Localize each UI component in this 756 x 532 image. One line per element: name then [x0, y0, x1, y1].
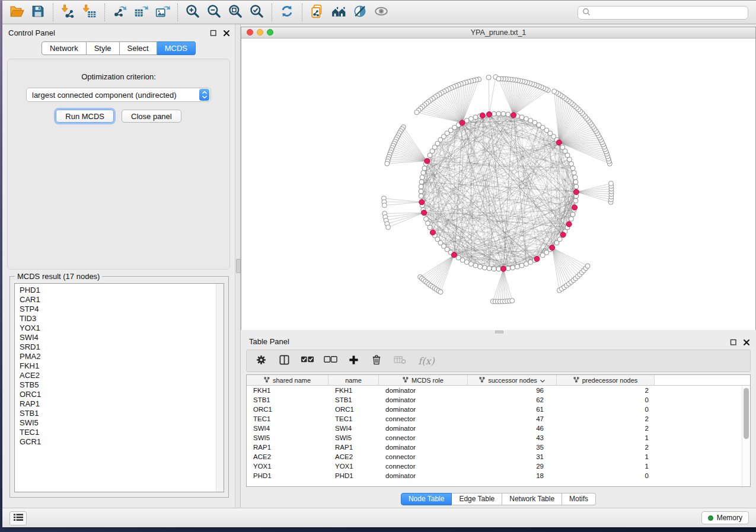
open-file-button[interactable]	[6, 2, 27, 23]
table-row[interactable]: TEC1TEC1connector472	[247, 414, 750, 424]
graph-node[interactable]	[528, 118, 533, 123]
tab-edge-table[interactable]: Edge Table	[452, 493, 502, 505]
graph-leaf-node[interactable]	[385, 161, 390, 166]
mcds-result-item[interactable]: CAR1	[15, 295, 224, 305]
graph-hub-node[interactable]	[556, 140, 562, 145]
graph-hub-node[interactable]	[460, 120, 465, 126]
graph-node[interactable]	[569, 217, 574, 222]
zoom-fit-button[interactable]	[225, 2, 246, 23]
graph-node[interactable]	[570, 212, 575, 217]
graph-node[interactable]	[524, 262, 529, 267]
table-row[interactable]: FKH1FKH1dominator962	[247, 386, 750, 395]
graph-leaf-node[interactable]	[609, 181, 614, 186]
graph-hub-node[interactable]	[487, 112, 492, 117]
delete-column-button[interactable]	[370, 354, 383, 367]
graph-hub-node[interactable]	[534, 257, 540, 262]
graph-node[interactable]	[524, 117, 529, 121]
graph-node[interactable]	[473, 115, 478, 120]
column-header-name[interactable]: name	[328, 375, 379, 386]
graph-node[interactable]	[419, 184, 423, 189]
graph-leaf-node[interactable]	[486, 75, 491, 80]
search-input[interactable]	[594, 8, 748, 18]
list-scrollbar[interactable]	[216, 284, 224, 492]
graph-node[interactable]	[420, 175, 425, 180]
import-table-button[interactable]	[79, 2, 100, 23]
graph-node[interactable]	[496, 111, 501, 116]
tab-motifs[interactable]: Motifs	[562, 493, 596, 505]
graph-hub-node[interactable]	[566, 222, 572, 227]
table-row[interactable]: ORC1ORC1dominator610	[247, 405, 750, 414]
refresh-view-button[interactable]	[276, 2, 298, 23]
show-columns-button[interactable]	[277, 354, 291, 367]
tab-network-table[interactable]: Network Table	[502, 493, 562, 505]
graph-leaf-node[interactable]	[438, 290, 443, 294]
maximize-window-button[interactable]	[267, 29, 273, 36]
tab-style[interactable]: Style	[87, 41, 120, 55]
graph-node[interactable]	[572, 171, 576, 175]
graph-node[interactable]	[573, 175, 578, 180]
table-row[interactable]: ACE2ACE2connector311	[247, 452, 750, 462]
graph-node[interactable]	[419, 189, 423, 194]
memory-button[interactable]: Memory	[701, 511, 749, 524]
table-row[interactable]: SWI5SWI5connector431	[247, 433, 750, 443]
graph-node[interactable]	[501, 111, 506, 116]
mcds-result-item[interactable]: YOX1	[15, 323, 224, 333]
graph-node[interactable]	[569, 162, 574, 166]
mcds-result-item[interactable]: SRD1	[15, 342, 224, 352]
column-header-MCDS-role[interactable]: MCDS role	[379, 375, 468, 386]
graph-node[interactable]	[573, 180, 578, 184]
graph-leaf-node[interactable]	[414, 110, 419, 115]
graph-leaf-node[interactable]	[386, 225, 391, 230]
graph-leaf-node[interactable]	[510, 299, 515, 303]
graph-node[interactable]	[496, 267, 501, 271]
table-scrollbar[interactable]	[742, 386, 750, 486]
tab-node-table[interactable]: Node Table	[401, 493, 452, 505]
export-image-button[interactable]	[152, 2, 173, 23]
splitter-handle[interactable]	[236, 259, 241, 273]
graph-node[interactable]	[428, 225, 432, 230]
column-header-shared-name[interactable]: shared name	[247, 375, 328, 386]
run-mcds-button[interactable]: Run MCDS	[56, 110, 114, 123]
graph-node[interactable]	[506, 112, 511, 117]
graph-node[interactable]	[473, 263, 478, 268]
network-graph[interactable]	[241, 39, 755, 330]
graph-node[interactable]	[419, 194, 423, 198]
graph-hub-node[interactable]	[560, 232, 566, 238]
mcds-result-item[interactable]: PMA2	[15, 352, 224, 361]
table-row[interactable]: PHD1PHD1dominator180	[247, 471, 750, 480]
network-canvas[interactable]	[241, 39, 755, 330]
graph-node[interactable]	[464, 260, 469, 265]
criterion-select[interactable]: largest connected component (undirected)	[26, 88, 211, 102]
tab-select[interactable]: Select	[120, 41, 157, 55]
column-header-predecessor-nodes[interactable]: predecessor nodes	[557, 375, 655, 386]
graph-node[interactable]	[464, 118, 469, 123]
unselect-all-button[interactable]	[324, 354, 337, 367]
zoom-out-button[interactable]	[203, 2, 225, 23]
task-history-button[interactable]	[9, 511, 27, 525]
mcds-result-item[interactable]: ORC1	[15, 390, 224, 399]
graph-hub-node[interactable]	[422, 210, 427, 216]
graph-hub-node[interactable]	[419, 200, 425, 205]
close-window-button[interactable]	[247, 29, 253, 36]
graph-node[interactable]	[570, 166, 575, 171]
graph-leaf-node[interactable]	[496, 76, 501, 81]
minimize-window-button[interactable]	[257, 29, 263, 36]
graph-node[interactable]	[511, 265, 515, 270]
select-all-button[interactable]	[301, 354, 314, 367]
graph-hub-node[interactable]	[550, 245, 555, 251]
tab-mcds[interactable]: MCDS	[157, 41, 196, 55]
mcds-result-item[interactable]: SWI5	[15, 418, 224, 428]
mcds-result-item[interactable]: TID3	[15, 314, 224, 323]
close-panel-icon[interactable]	[743, 338, 750, 348]
table-row[interactable]: RAP1RAP1dominator352	[247, 443, 750, 452]
mcds-result-item[interactable]: GCR1	[15, 437, 224, 447]
close-panel-button[interactable]: Close panel	[122, 110, 181, 123]
export-network-button[interactable]	[109, 2, 130, 23]
import-network-button[interactable]	[58, 2, 79, 23]
mcds-result-item[interactable]: PHD1	[15, 286, 224, 295]
graph-node[interactable]	[428, 153, 432, 158]
zoom-in-button[interactable]	[182, 2, 203, 23]
mcds-result-item[interactable]: STP4	[15, 305, 224, 314]
graph-hub-node[interactable]	[425, 158, 430, 164]
save-session-button[interactable]	[27, 2, 49, 23]
